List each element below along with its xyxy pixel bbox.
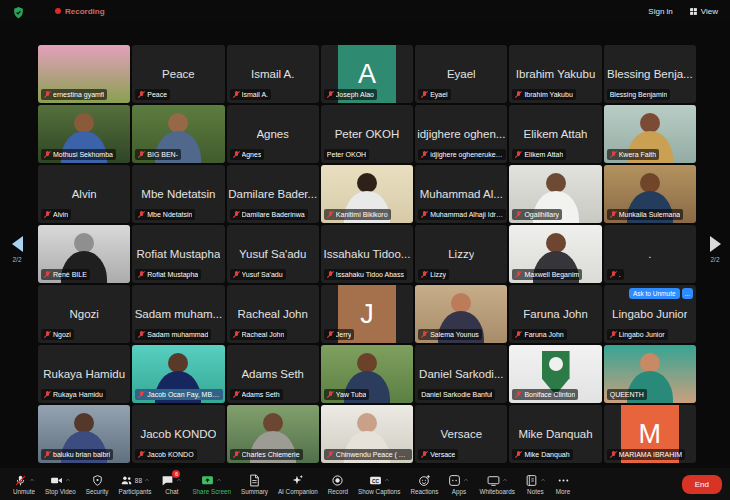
chevron-up-icon[interactable] <box>176 477 182 483</box>
participant-tile[interactable]: Salema Younus <box>415 285 507 343</box>
participant-label-text: Boniface Clinton <box>524 390 575 399</box>
summary-icon <box>248 474 261 487</box>
participant-label: Faruna John <box>512 329 566 340</box>
participant-tile[interactable]: Faruna JohnFaruna John <box>509 285 601 343</box>
chevron-up-icon[interactable] <box>29 477 35 483</box>
participant-tile[interactable]: NgoziNgozi <box>38 285 130 343</box>
participant-tile[interactable]: Muhammad Al...Muhammad Alhaji Idriss <box>415 165 507 223</box>
participant-tile[interactable]: Boniface Clinton <box>509 345 601 403</box>
participant-tile[interactable]: Mothusi Sekhomba <box>38 105 130 163</box>
chevron-up-icon[interactable] <box>216 477 222 483</box>
summary-button[interactable]: Summary <box>241 473 268 495</box>
participant-tile[interactable]: ernestina gyamfi <box>38 45 130 103</box>
participant-tile[interactable]: Blessing Benja...Blessing Benjamin <box>604 45 696 103</box>
participant-tile[interactable]: Kanitimi Bikikoro <box>321 165 413 223</box>
notes-button[interactable]: Notes <box>525 473 546 495</box>
participant-tile[interactable]: Ibrahim YakubuIbrahim Yakubu <box>509 45 601 103</box>
apps-button[interactable]: Apps <box>448 473 469 495</box>
ask-to-unmute-button[interactable]: Ask to Unmute <box>629 288 680 299</box>
unmute-button[interactable]: Unmute <box>13 473 35 495</box>
chevron-up-icon[interactable] <box>463 477 469 483</box>
chevron-up-icon[interactable] <box>540 477 546 483</box>
participant-tile[interactable]: René BILE <box>38 225 130 283</box>
chat-button[interactable]: 6Chat <box>161 473 182 495</box>
participant-tile[interactable]: EyaelEyael <box>415 45 507 103</box>
participant-tile[interactable]: Yaw Tuba <box>321 345 413 403</box>
participant-label: Versace <box>418 449 458 460</box>
participant-tile[interactable]: Jacob KONDOJacob KONDO <box>132 405 224 463</box>
captions-icon: CC <box>369 474 382 487</box>
participant-tile[interactable]: Mike DanquahMike Danquah <box>509 405 601 463</box>
participant-tile[interactable]: AJoseph Alao <box>321 45 413 103</box>
participant-tile[interactable]: Elikem AttahElikem Attah <box>509 105 601 163</box>
participant-tile[interactable]: Jacob Ocan Fay, MBBS <box>132 345 224 403</box>
participant-tile[interactable]: LizzyLizzy <box>415 225 507 283</box>
security-button[interactable]: Security <box>86 473 109 495</box>
participant-tile[interactable]: Maxwell Beganim <box>509 225 601 283</box>
participant-tile[interactable]: JJerry <box>321 285 413 343</box>
participant-name: Issahaku Tidoo... <box>324 248 411 260</box>
show-captions-button[interactable]: CCShow Captions <box>358 473 400 495</box>
participant-tile[interactable]: Yusuf Sa'aduYusuf Sa'adu <box>227 225 319 283</box>
participant-tile[interactable]: BIG BEN- <box>132 105 224 163</box>
participant-tile[interactable]: Chinwendu Peace ( Ak... <box>321 405 413 463</box>
participant-tile[interactable]: AgnesAgnes <box>227 105 319 163</box>
participant-tile[interactable]: Munkaila Sulemana <box>604 165 696 223</box>
participant-name: Agnes <box>256 128 289 140</box>
next-page-control[interactable]: 2/2 <box>702 236 728 263</box>
participant-tile[interactable]: idjighere oghen...idjighere oghenerukevw… <box>415 105 507 163</box>
sign-in-button[interactable]: Sign in <box>648 7 672 16</box>
participant-tile[interactable]: Rofiat MustaphaRofiat Mustapha <box>132 225 224 283</box>
participant-tile[interactable]: .. <box>604 225 696 283</box>
more-button[interactable]: More <box>556 473 570 495</box>
reactions-button[interactable]: Reactions <box>410 473 438 495</box>
participant-tile[interactable]: Lingabo JuniorAsk to Unmute...Lingabo Ju… <box>604 285 696 343</box>
participant-tile[interactable]: MMARIAMA IBRAHIM <box>604 405 696 463</box>
view-button[interactable]: View <box>689 7 718 16</box>
participant-tile[interactable]: VersaceVersace <box>415 405 507 463</box>
participant-tile[interactable]: Daniel Sarkodi...Daniel Sarkodie Banful <box>415 345 507 403</box>
person-silhouette-head <box>357 353 377 373</box>
participant-tile[interactable]: Issahaku Tidoo...Issahaku Tidoo Abass <box>321 225 413 283</box>
participant-tile[interactable]: PeacePeace <box>132 45 224 103</box>
chevron-up-icon[interactable] <box>144 477 150 483</box>
participant-more-button[interactable]: ... <box>682 288 693 299</box>
participant-name: Peace <box>162 68 195 80</box>
participant-tile[interactable]: Peter OKOHPeter OKOH <box>321 105 413 163</box>
participant-label-text: Rukaya Hamidu <box>53 390 103 399</box>
participant-name: Elikem Attah <box>524 128 588 140</box>
participant-tile[interactable]: Rukaya HamiduRukaya Hamidu <box>38 345 130 403</box>
share-screen-icon <box>201 474 214 487</box>
participant-tile[interactable]: Charles Chiemerie <box>227 405 319 463</box>
participant-tile[interactable]: Adams SethAdams Seth <box>227 345 319 403</box>
participant-tile[interactable]: Mbe NdetatsinMbe Ndetatsin <box>132 165 224 223</box>
whiteboards-button[interactable]: Whiteboards <box>479 473 514 495</box>
participant-tile[interactable]: Ismail A.Ismail A. <box>227 45 319 103</box>
chevron-up-icon[interactable] <box>65 477 71 483</box>
stop-video-button[interactable]: Stop Video <box>45 473 76 495</box>
participants-button[interactable]: 88Participants <box>119 473 152 495</box>
previous-page-control[interactable]: 2/2 <box>4 236 30 263</box>
participant-tile[interactable]: Racheal JohnRacheal John <box>227 285 319 343</box>
participant-tile[interactable]: Kwera Faith <box>604 105 696 163</box>
ai-companion-button[interactable]: AI Companion <box>278 473 318 495</box>
participant-tile[interactable]: AlvinAlvin <box>38 165 130 223</box>
participant-label-text: Peter OKOH <box>327 150 366 159</box>
next-page-arrow-icon[interactable] <box>710 236 721 252</box>
participant-tile[interactable]: Ogalihillary <box>509 165 601 223</box>
participant-tile[interactable]: baluku brian balbri <box>38 405 130 463</box>
mic-off-icon <box>14 474 27 487</box>
encryption-shield-icon <box>12 5 25 18</box>
participant-label: MARIAMA IBRAHIM <box>607 449 685 460</box>
previous-page-arrow-icon[interactable] <box>12 236 23 252</box>
share-screen-button[interactable]: Share Screen <box>192 473 231 495</box>
chevron-up-icon[interactable] <box>502 477 508 483</box>
end-meeting-button[interactable]: End <box>682 475 722 494</box>
chevron-up-icon[interactable] <box>384 477 390 483</box>
toolbar-item-label: AI Companion <box>278 488 318 495</box>
participant-tile[interactable]: QUEENTH <box>604 345 696 403</box>
record-button[interactable]: Record <box>328 473 348 495</box>
participant-tile[interactable]: Sadam muham...Sadam muhammad <box>132 285 224 343</box>
muted-mic-icon <box>327 330 334 339</box>
participant-tile[interactable]: Damilare Bader...Damilare Baderinwa <box>227 165 319 223</box>
